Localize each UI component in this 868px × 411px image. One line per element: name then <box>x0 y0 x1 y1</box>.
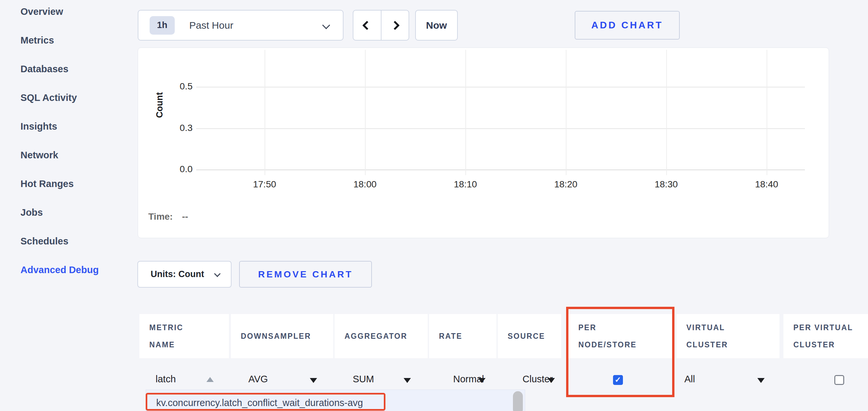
y-tick-label: 0.0 <box>153 164 192 174</box>
prev-range-button[interactable] <box>353 10 381 40</box>
x-tick-label: 18:40 <box>740 179 793 190</box>
units-label: Units: Count <box>151 269 204 279</box>
per-node-store-checkbox[interactable] <box>613 375 623 385</box>
next-range-button[interactable] <box>381 10 409 40</box>
time-range-label: Past Hour <box>189 20 233 31</box>
gridline-x-1750 <box>265 50 265 175</box>
triangle-down-icon[interactable] <box>404 378 411 383</box>
x-tick-label: 17:50 <box>238 179 291 190</box>
sidebar-item-sql-activity[interactable]: SQL Activity <box>21 92 77 104</box>
units-dropdown[interactable]: Units: Count <box>137 261 231 288</box>
triangle-down-icon[interactable] <box>757 378 765 383</box>
now-button[interactable]: Now <box>415 10 458 41</box>
chevron-down-icon <box>322 21 330 29</box>
x-tick-label: 18:10 <box>439 179 492 190</box>
triangle-down-icon[interactable] <box>478 378 486 383</box>
column-header-metric-name: METRIC NAME <box>140 314 229 358</box>
hover-time-caption: Time: <box>148 211 173 222</box>
column-header-per-node-store: PER NODE/STORE <box>568 314 673 358</box>
dropdown-scrollbar[interactable] <box>513 391 523 411</box>
chevron-right-icon <box>391 21 400 30</box>
sidebar-item-insights[interactable]: Insights <box>21 121 57 132</box>
y-axis-title: Count <box>155 72 165 138</box>
aggregator-select[interactable]: SUM <box>353 374 374 385</box>
gridline-x-1820 <box>566 50 566 175</box>
column-header-aggregator: AGGREGATOR <box>335 314 428 358</box>
time-range-dropdown[interactable]: 1h Past Hour <box>138 10 343 41</box>
sidebar-item-metrics[interactable]: Metrics <box>21 34 54 46</box>
virtual-cluster-select[interactable]: All <box>684 374 695 385</box>
remove-chart-button[interactable]: REMOVE CHART <box>239 261 372 288</box>
triangle-up-icon[interactable] <box>207 377 214 382</box>
sidebar-item-jobs[interactable]: Jobs <box>21 206 43 218</box>
time-range-stepper <box>353 10 409 41</box>
sidebar-item-overview[interactable]: Overview <box>21 6 63 18</box>
gridline-x-1840 <box>767 50 767 175</box>
gridline-x-1810 <box>465 50 466 175</box>
gridline-x-1830 <box>666 50 667 175</box>
gridline-y-03 <box>196 128 805 129</box>
gridline-y-00 <box>196 170 805 170</box>
hover-time-value: -- <box>182 211 188 222</box>
sidebar-item-hot-ranges[interactable]: Hot Ranges <box>21 178 74 190</box>
sidebar-item-databases[interactable]: Databases <box>21 63 68 75</box>
x-tick-label: 18:30 <box>640 179 693 190</box>
column-header-rate: RATE <box>429 314 496 358</box>
x-tick-label: 18:20 <box>539 179 592 190</box>
sidebar-item-network[interactable]: Network <box>21 149 58 161</box>
gridline-x-1800 <box>365 50 366 175</box>
column-header-virtual-cluster: VIRTUAL CLUSTER <box>676 314 779 358</box>
column-header-source: SOURCE <box>498 314 561 358</box>
downsampler-select[interactable]: AVG <box>248 374 268 385</box>
triangle-down-icon[interactable] <box>548 378 555 383</box>
chevron-down-icon <box>214 271 221 277</box>
triangle-down-icon[interactable] <box>310 378 317 383</box>
x-tick-label: 18:00 <box>339 179 392 190</box>
column-header-per-virtual-cluster: PER VIRTUAL CLUSTER <box>783 314 868 358</box>
db-console-custom-chart-page: Overview Metrics Databases SQL Activity … <box>0 0 868 411</box>
metric-suggestion-item[interactable]: kv.concurrency.latch_conflict_wait_durat… <box>156 398 363 408</box>
per-virtual-cluster-checkbox[interactable] <box>834 375 844 385</box>
custom-chart-panel: 0.5 0.3 0.0 17:50 18:00 18:10 18:20 18:3… <box>138 47 829 238</box>
chevron-left-icon <box>362 21 372 30</box>
sidebar-item-schedules[interactable]: Schedules <box>21 235 68 247</box>
sidebar-item-advanced-debug[interactable]: Advanced Debug <box>21 264 99 276</box>
metric-name-input[interactable]: latch <box>156 374 176 385</box>
gridline-y-05 <box>196 87 805 88</box>
column-header-downsampler: DOWNSAMPLER <box>231 314 333 358</box>
time-range-badge: 1h <box>150 16 175 35</box>
add-chart-button[interactable]: ADD CHART <box>575 11 680 40</box>
